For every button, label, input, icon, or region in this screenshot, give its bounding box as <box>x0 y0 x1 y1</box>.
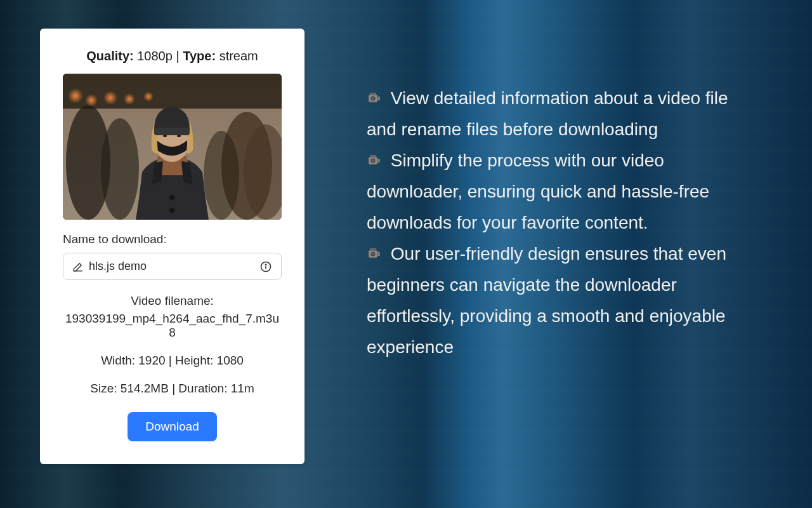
svg-point-16 <box>169 195 174 200</box>
feature-text-3: Our user-friendly design ensures that ev… <box>367 244 726 357</box>
svg-rect-13 <box>154 128 190 135</box>
svg-point-2 <box>68 88 83 104</box>
camera-icon <box>367 90 382 105</box>
size-label: Size: <box>90 382 117 395</box>
video-thumbnail <box>63 74 282 220</box>
svg-point-8 <box>101 118 139 220</box>
filename-label: Video filename: <box>63 294 282 308</box>
feature-text-2: Simplify the process with our video down… <box>367 150 709 232</box>
separator: | <box>172 382 178 395</box>
svg-point-17 <box>169 208 174 213</box>
svg-rect-33 <box>370 248 376 251</box>
svg-rect-28 <box>370 155 376 157</box>
filename-value: 193039199_mp4_h264_aac_fhd_7.m3u8 <box>63 312 282 340</box>
separator: | <box>176 49 183 63</box>
svg-point-30 <box>372 159 374 162</box>
svg-point-21 <box>265 264 266 265</box>
size-duration-line: Size: 514.2MB | Duration: 11m <box>63 382 282 396</box>
feature-item-2: Simplify the process with our video down… <box>367 145 761 238</box>
name-input[interactable] <box>89 260 254 273</box>
width-label: Width: <box>101 354 135 367</box>
camera-icon <box>367 152 382 168</box>
svg-point-4 <box>103 91 117 105</box>
duration-value: 11m <box>231 382 254 395</box>
svg-rect-36 <box>377 252 380 256</box>
type-value: stream <box>219 49 258 63</box>
quality-value: 1080p <box>137 49 173 63</box>
type-label: Type: <box>183 49 216 63</box>
svg-rect-23 <box>370 93 376 95</box>
svg-point-6 <box>143 91 154 102</box>
svg-point-11 <box>204 131 239 220</box>
quality-label: Quality: <box>86 49 133 63</box>
feature-text-1: View detailed information about a video … <box>367 88 728 139</box>
feature-item-1: View detailed information about a video … <box>367 83 761 145</box>
duration-label: Duration: <box>178 382 227 395</box>
height-value: 1080 <box>217 354 244 367</box>
name-input-wrapper[interactable] <box>63 253 282 280</box>
svg-point-15 <box>177 135 181 137</box>
svg-point-5 <box>124 93 135 105</box>
size-value: 514.2MB <box>121 382 169 395</box>
video-info-card: Quality: 1080p | Type: stream <box>40 29 304 464</box>
pencil-icon <box>72 261 84 272</box>
svg-point-14 <box>163 135 167 137</box>
name-label: Name to download: <box>63 232 282 246</box>
svg-rect-26 <box>377 97 380 100</box>
info-icon[interactable] <box>259 260 272 273</box>
card-header: Quality: 1080p | Type: stream <box>63 49 282 64</box>
separator: | <box>169 354 175 367</box>
height-label: Height: <box>175 354 213 367</box>
features-list: View detailed information about a video … <box>304 0 812 363</box>
download-button[interactable]: Download <box>128 412 217 441</box>
svg-point-25 <box>372 97 374 100</box>
dimensions-line: Width: 1920 | Height: 1080 <box>63 354 282 368</box>
feature-item-3: Our user-friendly design ensures that ev… <box>367 238 761 363</box>
camera-icon <box>367 246 382 261</box>
svg-rect-31 <box>377 159 380 163</box>
svg-point-35 <box>372 253 374 255</box>
svg-point-3 <box>85 94 98 107</box>
width-value: 1920 <box>138 354 165 367</box>
